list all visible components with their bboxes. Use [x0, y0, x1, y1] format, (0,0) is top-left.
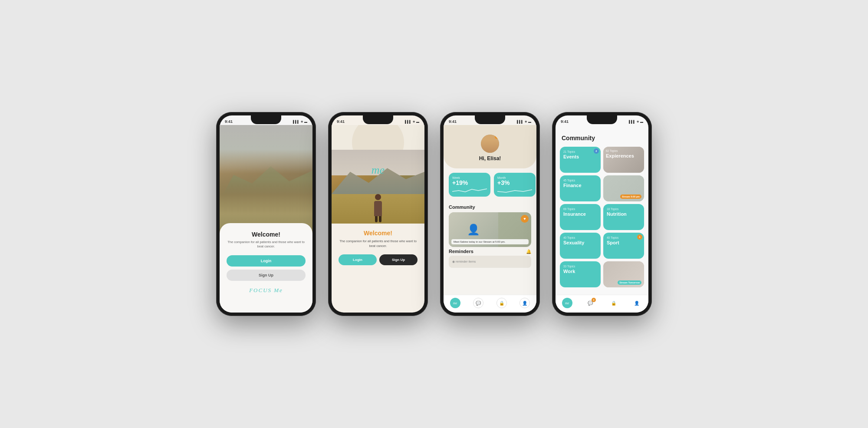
community-card[interactable]: 👤 ♥ Meet Sabine today in our Stream at 5…: [449, 212, 531, 247]
tile-finance-photo[interactable]: Stream 5:00 pm: [603, 175, 644, 201]
p1-welcome-title: Welcome!: [227, 231, 306, 238]
phone3-notch: [475, 115, 505, 124]
reminders-label: Reminders: [449, 249, 473, 254]
chat-badge: 3: [592, 298, 596, 302]
tile-sexuality[interactable]: 40 Topics Sexuality: [560, 233, 601, 259]
community-grid: 2 21 Topics Events 62 Topics Expierences…: [556, 145, 648, 289]
person-leg-right: [379, 216, 381, 222]
logo-me: Me: [274, 287, 283, 293]
p4-nav-lock[interactable]: 🔒: [602, 298, 625, 308]
stream-badge-finance: Stream 5:00 pm: [620, 194, 641, 199]
p4-me-icon: me: [562, 298, 572, 308]
me-nav-icon: me: [450, 298, 460, 308]
insurance-label: Insurance: [563, 211, 597, 217]
phone-4-community: 9:41 ▌▌▌ ◈ ▬ Community 2 21 Topics Event…: [552, 112, 652, 316]
week-label: Week: [452, 176, 487, 179]
person-leg-left: [375, 216, 378, 222]
phone3-screen: 9:41 ▌▌▌ ◈ ▬ ! Hi, Elisa! Week +19%: [444, 115, 536, 313]
signal-icon: ▌▌▌: [293, 120, 299, 123]
phone-3-dashboard: 9:41 ▌▌▌ ◈ ▬ ! Hi, Elisa! Week +19%: [440, 112, 540, 316]
month-label: Month: [497, 176, 532, 179]
events-topics: 21 Topics: [563, 150, 597, 153]
tile-events[interactable]: 2 21 Topics Events: [560, 147, 601, 173]
lock-nav-icon: 🔒: [496, 298, 507, 308]
profile-nav-icon: 👤: [519, 298, 530, 308]
p2-button-group: Login Sign Up: [339, 254, 418, 265]
phone1-notch: [251, 115, 281, 124]
sexuality-label: Sexuality: [563, 240, 597, 245]
bell-icon: 🔔: [526, 249, 531, 254]
notification-dot: !: [495, 135, 499, 139]
p2-signup-button[interactable]: Sign Up: [379, 254, 418, 265]
signup-button[interactable]: Sign Up: [227, 270, 306, 281]
me-logo: me: [372, 164, 385, 177]
phone4-header: Community: [556, 125, 648, 145]
community-caption: Meet Sabine today in our Stream at 5:00 …: [451, 239, 529, 244]
p4-nav-profile[interactable]: 👤: [625, 298, 649, 308]
phone4-status-icons: ▌▌▌ ◈ ▬: [629, 120, 643, 123]
reminders-header: Reminders 🔔: [449, 249, 531, 254]
community-page-title: Community: [562, 135, 642, 142]
battery-icon: ▬: [304, 120, 307, 123]
p4-nav-chat[interactable]: 3 💬: [579, 298, 602, 308]
month-chart: [497, 187, 532, 193]
p4-nav-me[interactable]: me: [556, 298, 579, 308]
person-head: [375, 194, 381, 200]
reminder-bar: ◉ reminder items: [449, 256, 531, 268]
tile-work[interactable]: 33 Topics Work: [560, 261, 601, 287]
sport-topics: 40 Topics: [607, 236, 641, 239]
community-title: Community: [449, 204, 531, 210]
wifi-icon: ◈: [637, 120, 639, 123]
tile-sport[interactable]: 1 40 Topics Sport: [603, 233, 644, 259]
month-stat-card: Month +3%: [494, 173, 536, 197]
heart-button[interactable]: ♥: [521, 215, 529, 223]
logo-focus: FOCUS: [249, 287, 274, 293]
tile-work-photo[interactable]: Stream Tomorrow: [603, 261, 644, 287]
welcome-heading: Welcome!: [339, 230, 418, 237]
landscape-photo: [332, 150, 424, 224]
phone2-notch: [363, 115, 393, 124]
month-value: +3%: [497, 179, 532, 186]
phone1-time: 9:41: [225, 119, 233, 124]
nav-profile[interactable]: 👤: [513, 298, 537, 308]
week-value: +19%: [452, 179, 487, 186]
p2-login-button[interactable]: Login: [339, 254, 377, 265]
nav-lock[interactable]: 🔒: [490, 298, 513, 308]
tile-nutrition[interactable]: 18 Topics Nutrition: [603, 204, 644, 230]
nav-me[interactable]: me: [444, 298, 467, 308]
person-body: [374, 201, 382, 216]
stats-row: Week +19% Month +3%: [444, 168, 536, 201]
week-stat-card: Week +19%: [449, 173, 490, 197]
phone4-bottom-nav: me 3 💬 🔒 👤: [556, 295, 648, 313]
phone3-time: 9:41: [449, 119, 457, 124]
app-logo: FOCUS Me: [227, 287, 306, 294]
p4-lock-icon: 🔒: [608, 298, 619, 308]
battery-icon: ▬: [528, 120, 531, 123]
nutrition-topics: 18 Topics: [607, 207, 641, 211]
nav-chat[interactable]: 💬: [467, 298, 490, 308]
wifi-icon: ◈: [525, 120, 527, 123]
phone3-status-icons: ▌▌▌ ◈ ▬: [517, 120, 531, 123]
tile-experiences[interactable]: 62 Topics Expierences: [603, 147, 644, 173]
phone2-status-icons: ▌▌▌ ◈ ▬: [405, 120, 419, 123]
wifi-icon: ◈: [301, 120, 303, 123]
login-button[interactable]: Login: [227, 255, 306, 267]
exp-label: Expierences: [606, 153, 634, 158]
phone4-notch: [587, 115, 617, 124]
phones-container: 9:41 ▌▌▌ ◈ ▬ Welcome! The companion for …: [199, 86, 669, 342]
week-chart: [452, 187, 487, 193]
sexuality-topics: 40 Topics: [563, 236, 597, 239]
signal-icon: ▌▌▌: [517, 120, 523, 123]
exp-topics: 62 Topics: [606, 149, 634, 152]
phone-1-login: 9:41 ▌▌▌ ◈ ▬ Welcome! The companion for …: [216, 112, 316, 316]
finance-topics: 45 Topics: [563, 179, 597, 182]
tile-finance[interactable]: 45 Topics Finance: [560, 175, 601, 201]
signal-icon: ▌▌▌: [405, 120, 411, 123]
phone2-top-area: me: [332, 125, 424, 224]
p2-subtitle: The companion for all patients and those…: [339, 239, 418, 248]
reminder-content: ◉ reminder items: [452, 260, 476, 263]
tile-insurance[interactable]: 69 Topics Insurance: [560, 204, 601, 230]
chat-nav-icon: 💬: [473, 298, 483, 308]
phone3-bottom-nav: me 💬 🔒 👤: [444, 295, 536, 313]
greeting-text: Hi, Elisa!: [450, 155, 529, 161]
